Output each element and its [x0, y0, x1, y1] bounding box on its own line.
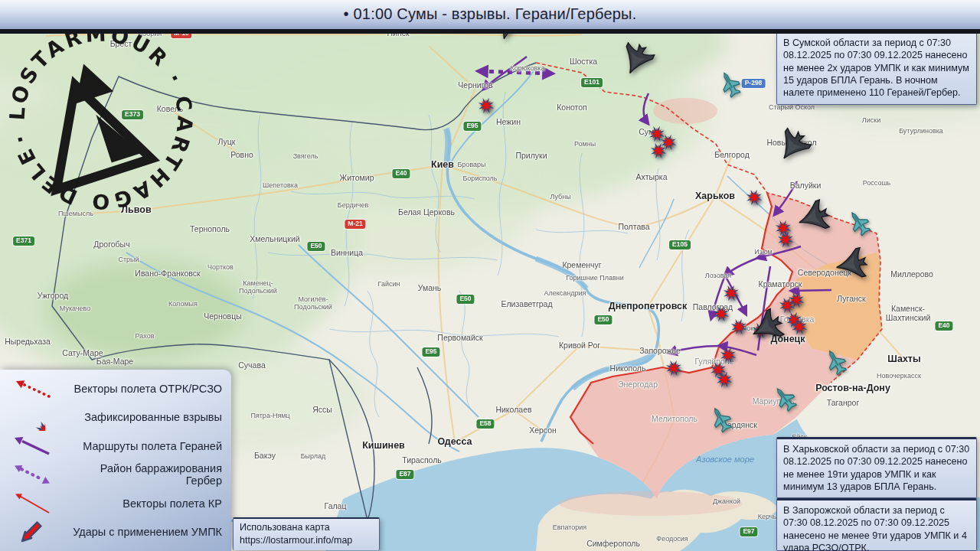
- city-label: Новочеркасск: [877, 373, 921, 380]
- city-label: Могилёв- Подольский: [294, 296, 332, 311]
- city-label: Бая-Маре: [96, 357, 133, 367]
- city-label: Ахтырка: [636, 173, 668, 182]
- city-label: Шахты: [887, 354, 920, 365]
- info-box-zaporizhzhia-text: В Запорожской области за период с 07:30 …: [783, 505, 967, 551]
- city-label: Житомир: [339, 174, 374, 183]
- jet-icon: [820, 204, 854, 237]
- legend-row: Векторы полета КР: [0, 491, 231, 517]
- city-label: Рахов: [136, 333, 155, 341]
- city-label: Россошь: [863, 180, 891, 187]
- explosion-marker: [708, 270, 731, 293]
- city-label: Евпатория: [553, 524, 586, 532]
- road-label: E87: [396, 470, 413, 479]
- city-label: Лиски: [862, 117, 880, 125]
- road-label: E50: [456, 295, 474, 304]
- road-label: E50: [594, 315, 612, 324]
- jet-icon: [691, 62, 725, 96]
- legend-label: Зафиксированные взрывы: [63, 411, 231, 423]
- road-label: E105: [669, 240, 691, 249]
- legend-row: Зафиксированные взрывы: [0, 404, 231, 430]
- info-box-sumy: В Сумской области за период с 07:30 08.1…: [776, 31, 977, 105]
- city-label: Дрогобыч: [93, 240, 129, 249]
- stamp-ring-text: · LOSTARMOUR · CARTHAGO DELENDA EST: [5, 21, 198, 214]
- city-label: Херсон: [529, 426, 557, 435]
- road-label: М-21: [345, 220, 365, 229]
- city-label: Миллерово: [890, 270, 933, 279]
- city-label: Днепропетровск: [609, 302, 688, 312]
- city-label: Полтава: [618, 223, 649, 232]
- legend-label: Векторы полета КР: [63, 497, 231, 510]
- legend-row: Векторы полета ОТРК/РСЗО: [0, 376, 231, 402]
- city-label: Харьков: [695, 191, 735, 202]
- city-label: Бровары: [457, 161, 485, 169]
- city-label: Александрия: [544, 290, 586, 298]
- city-label: Азовское море: [696, 455, 754, 464]
- city-label: Керчь: [758, 514, 776, 521]
- city-label: Бердичев: [338, 202, 368, 210]
- geran-drone-icon: [626, 65, 668, 106]
- road-label: E40: [392, 169, 410, 178]
- legend-label: Маршруты полета Гераней: [63, 440, 231, 452]
- city-label: Николаев: [495, 406, 531, 415]
- map-source-url: https://lostarmour.info/map: [240, 534, 373, 547]
- city-label: Бакэу: [254, 452, 276, 461]
- city-label: Коломыя: [168, 301, 198, 308]
- city-label: Белая Церковь: [398, 208, 455, 217]
- city-label: Гайсин: [378, 281, 400, 289]
- city-label: Никополь: [610, 364, 646, 373]
- svg-text:· LOSTARMOUR · CARTHAGO DELEND: · LOSTARMOUR · CARTHAGO DELENDA EST: [5, 21, 198, 214]
- city-label: Сучава: [238, 361, 265, 370]
- road-label: E58: [476, 419, 494, 429]
- explosion-marker: [731, 174, 754, 197]
- city-label: Винница: [331, 249, 363, 258]
- city-label: Яссы: [312, 406, 332, 415]
- jet-icon: [682, 398, 716, 432]
- city-label: Стрый: [118, 256, 139, 264]
- city-label: Тирасполь: [402, 456, 442, 465]
- geran-drone-icon: [782, 223, 823, 264]
- city-label: Ростов-на-Дону: [815, 383, 890, 394]
- road-label: Р-298: [742, 79, 766, 88]
- city-label: Киев: [431, 160, 454, 171]
- road-label: E95: [463, 122, 481, 131]
- city-label: Таганрог: [827, 399, 860, 408]
- geran-route-icon: [0, 432, 63, 460]
- city-label: Умань: [418, 284, 442, 293]
- otrk-vector-icon: [0, 375, 63, 403]
- info-box-zaporizhzhia: В Запорожской области за период с 07:30 …: [776, 498, 977, 551]
- city-label: Елизаветград: [501, 300, 552, 309]
- explosion-marker: [635, 128, 658, 151]
- city-label: Шостка: [570, 57, 597, 67]
- explosion-marker: [737, 308, 760, 331]
- map-source-caption: Использована карта: [240, 521, 373, 534]
- city-label: Горишние Плавни: [566, 275, 624, 282]
- legend-row: Удары с применением УМПК: [0, 519, 231, 545]
- road-label: E50: [307, 242, 325, 251]
- legend-label: Векторы полета ОТРК/РСЗО: [63, 383, 231, 395]
- city-label: Черновцы: [204, 312, 241, 321]
- page-title: • 01:00 Сумы - взрывы. Герани/Герберы.: [0, 0, 980, 28]
- city-label: Старый Оскол: [769, 104, 815, 112]
- geran-drone-icon: [816, 268, 858, 309]
- legend-label: Район барражирования Гербер: [63, 462, 231, 487]
- infographic: КиевБроварыБориспольЧерниговКорюковкаШос…: [0, 0, 980, 551]
- geran-drone-icon: [778, 153, 819, 194]
- explosion-icon: [0, 403, 63, 431]
- city-label: Борисполь: [462, 175, 497, 183]
- city-label: Ромны: [574, 141, 596, 148]
- city-label: Чортков: [207, 264, 234, 272]
- jet-icon: [746, 380, 779, 414]
- city-label: Энергодар: [618, 380, 658, 390]
- city-label: Тернополь: [190, 225, 230, 234]
- road-label: E371: [13, 236, 34, 246]
- city-label: Конотоп: [557, 103, 587, 112]
- umpk-strike-icon: [0, 517, 63, 546]
- city-label: Ивано-Франковск: [135, 269, 200, 279]
- explosion-marker: [463, 83, 486, 106]
- road-label: E101: [581, 78, 603, 87]
- info-box-kharkiv: В Харьковской области за период с 07:30 …: [776, 437, 977, 498]
- lostarmour-stamp: · LOSTARMOUR · CARTHAGO DELENDA EST: [5, 21, 198, 214]
- city-label: Звягель: [293, 153, 318, 161]
- legend-panel: Векторы полета ОТРК/РСЗО Зафиксированные…: [0, 370, 231, 551]
- city-label: Одесса: [437, 437, 472, 448]
